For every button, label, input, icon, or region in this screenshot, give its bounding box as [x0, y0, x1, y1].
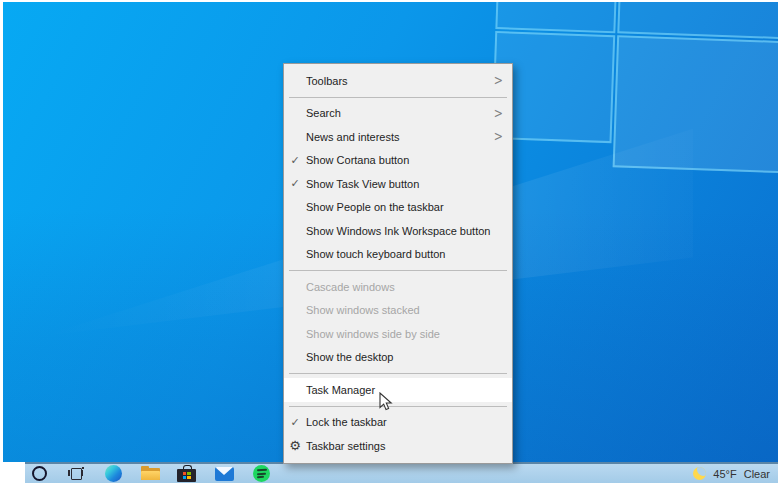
menu-item-news-and-interests[interactable]: News and interests > [284, 125, 512, 149]
checkmark-icon: ✓ [284, 178, 306, 189]
taskbar-icons [27, 464, 273, 483]
menu-item-show-windows-side-by-side: Show windows side by side [284, 322, 512, 346]
menu-item-label: Toolbars [306, 75, 494, 87]
menu-item-show-the-desktop[interactable]: Show the desktop [284, 346, 512, 370]
menu-item-label: Taskbar settings [306, 440, 506, 452]
screenshot-corner-mask [0, 462, 25, 487]
gear-icon: ⚙ [284, 439, 306, 452]
weather-temperature: 45°F [713, 468, 736, 480]
mouse-cursor-icon [379, 392, 393, 412]
windows-desktop-screenshot: Toolbars > Search > News and interests >… [0, 0, 781, 487]
menu-item-label: Show the desktop [306, 351, 506, 363]
menu-item-show-people-on-the-taskbar[interactable]: Show People on the taskbar [284, 196, 512, 220]
submenu-arrow-icon: > [494, 73, 503, 89]
moon-icon [693, 467, 706, 480]
microsoft-store-button[interactable] [175, 465, 199, 483]
microsoft-store-icon [177, 465, 197, 482]
weather-widget[interactable]: 45°F Clear [693, 464, 770, 483]
submenu-arrow-icon: > [494, 129, 503, 145]
edge-icon [105, 465, 122, 482]
menu-item-show-touch-keyboard-button[interactable]: Show touch keyboard button [284, 243, 512, 267]
taskbar: 45°F Clear [3, 462, 778, 483]
menu-item-label: Show People on the taskbar [306, 201, 506, 213]
menu-item-show-windows-stacked: Show windows stacked [284, 299, 512, 323]
windows-logo-icon [183, 472, 191, 479]
file-explorer-button[interactable] [138, 465, 162, 483]
submenu-arrow-icon: > [494, 105, 503, 121]
menu-item-cascade-windows: Cascade windows [284, 275, 512, 299]
menu-item-label: Show Cortana button [306, 154, 506, 166]
menu-item-show-task-view-button[interactable]: ✓ Show Task View button [284, 172, 512, 196]
menu-separator [289, 270, 507, 271]
menu-item-label: Show touch keyboard button [306, 248, 506, 260]
mail-icon [215, 467, 234, 481]
weather-condition: Clear [744, 468, 770, 480]
file-explorer-icon [140, 466, 161, 482]
edge-button[interactable] [101, 465, 125, 483]
cortana-button[interactable] [27, 465, 51, 483]
menu-item-label: Show Task View button [306, 178, 506, 190]
menu-item-label: Show Windows Ink Workspace button [306, 225, 506, 237]
task-view-icon [68, 467, 84, 480]
checkmark-icon: ✓ [284, 417, 306, 428]
menu-item-taskbar-settings[interactable]: ⚙ Taskbar settings [284, 434, 512, 458]
menu-item-show-cortana-button[interactable]: ✓ Show Cortana button [284, 149, 512, 173]
menu-separator [289, 97, 507, 98]
menu-item-label: News and interests [306, 131, 494, 143]
checkmark-icon: ✓ [284, 155, 306, 166]
cortana-ring-icon [32, 466, 47, 481]
menu-item-label: Search [306, 107, 494, 119]
menu-item-label: Show windows stacked [306, 304, 506, 316]
menu-separator [289, 373, 507, 374]
menu-separator [289, 406, 507, 407]
spotify-icon [253, 465, 270, 482]
taskbar-context-menu: Toolbars > Search > News and interests >… [283, 63, 513, 464]
menu-item-lock-the-taskbar[interactable]: ✓ Lock the taskbar [284, 411, 512, 435]
menu-item-task-manager[interactable]: Task Manager [284, 378, 512, 402]
menu-item-label: Show windows side by side [306, 328, 506, 340]
mail-button[interactable] [212, 465, 236, 483]
menu-item-label: Cascade windows [306, 281, 506, 293]
spotify-button[interactable] [249, 465, 273, 483]
task-view-button[interactable] [64, 465, 88, 483]
menu-item-search[interactable]: Search > [284, 102, 512, 126]
menu-item-show-windows-ink-workspace-button[interactable]: Show Windows Ink Workspace button [284, 219, 512, 243]
menu-item-label: Task Manager [306, 384, 506, 396]
menu-item-label: Lock the taskbar [306, 416, 506, 428]
menu-item-toolbars[interactable]: Toolbars > [284, 69, 512, 93]
